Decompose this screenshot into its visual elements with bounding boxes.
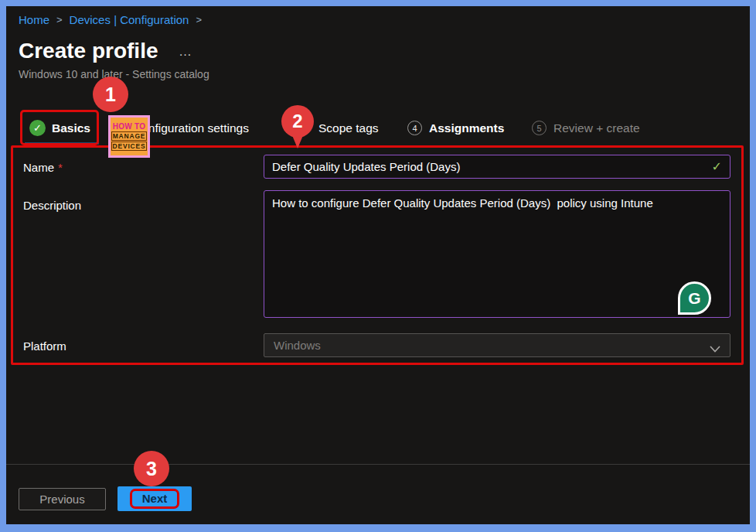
platform-dropdown[interactable]: Windows [264, 333, 730, 357]
annotation-circle-1: 1 [93, 77, 128, 112]
previous-button[interactable]: Previous [19, 488, 106, 510]
page-title: Create profile [19, 39, 158, 63]
platform-value: Windows [274, 339, 321, 352]
next-button[interactable]: Next [117, 486, 192, 511]
description-field-container: How to configure Defer Quality Updates P… [264, 190, 730, 318]
annotation-box-basics [20, 110, 99, 145]
name-field-container: ✓ [264, 155, 730, 179]
tab-configuration-settings[interactable]: Configuration settings [133, 121, 249, 135]
name-label: Name* [23, 161, 63, 174]
grammarly-icon[interactable]: G [678, 281, 711, 315]
required-asterisk: * [58, 161, 63, 174]
description-textarea[interactable]: How to configure Defer Quality Updates P… [264, 191, 730, 317]
tab-scope-tags[interactable]: Scope tags [318, 121, 379, 135]
annotation-circle-3: 3 [134, 451, 169, 486]
step-4-circle[interactable]: 4 [407, 121, 422, 135]
step-5-circle[interactable]: 5 [532, 121, 547, 135]
more-menu-ellipsis[interactable]: … [179, 44, 193, 60]
annotation-box-next: Next [130, 489, 180, 509]
valid-check-icon: ✓ [712, 159, 722, 174]
chevron-down-icon [710, 342, 720, 355]
footer-divider [6, 464, 750, 465]
intune-create-profile-screenshot: Home > Devices | Configuration > Create … [0, 0, 756, 532]
description-label: Description [23, 199, 81, 212]
name-input[interactable] [264, 155, 730, 178]
name-label-text: Name [23, 161, 54, 174]
tab-assignments[interactable]: Assignments [429, 121, 504, 135]
grammarly-letter: G [688, 289, 700, 308]
tab-review-create[interactable]: Review + create [553, 121, 640, 135]
breadcrumb-home[interactable]: Home [19, 13, 49, 26]
breadcrumb-separator: > [196, 14, 202, 26]
breadcrumb-separator: > [56, 14, 63, 26]
breadcrumb: Home > Devices | Configuration > [19, 13, 202, 26]
breadcrumb-devices-configuration[interactable]: Devices | Configuration [70, 13, 189, 26]
platform-label: Platform [23, 339, 66, 353]
logo-line-manage: MANAGE [111, 131, 148, 141]
logo-line-howto: HOW TO [113, 122, 146, 131]
annotation-pin-2: 2 [281, 105, 314, 138]
logo-line-devices: DEVICES [111, 142, 148, 151]
howtomanagedevices-logo: HOW TO MANAGE DEVICES [108, 115, 150, 158]
